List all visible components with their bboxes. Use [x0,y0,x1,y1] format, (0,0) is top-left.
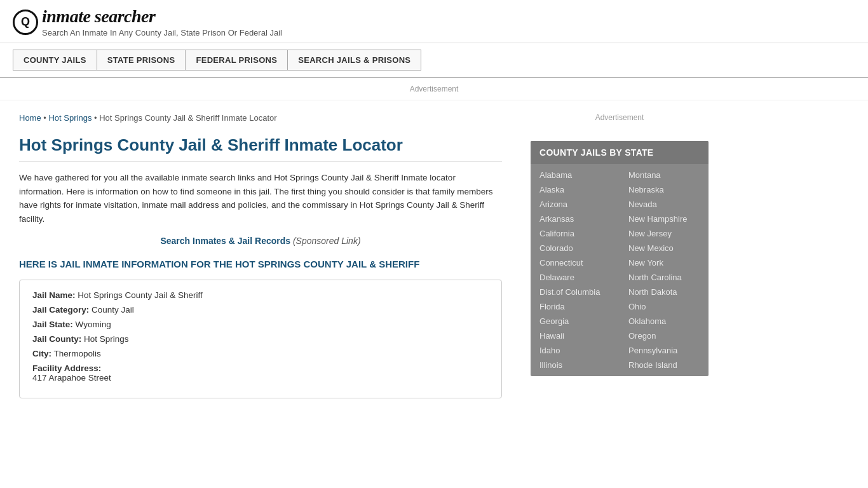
state-col-left: AlabamaAlaskaArizonaArkansasCaliforniaCo… [531,168,620,372]
page-description: We have gathered for you all the availab… [19,171,502,226]
jail-address-label: Facility Address: [32,363,101,373]
jail-city-row: City: Thermopolis [32,349,489,358]
main-nav: COUNTY JAILS STATE PRISONS FEDERAL PRISO… [0,43,868,78]
state-link[interactable]: Montana [620,168,709,182]
main-layout: Home • Hot Springs • Hot Springs County … [0,100,868,411]
jail-info-box: Jail Name: Hot Springs County Jail & She… [19,280,502,398]
state-col-right: MontanaNebraskaNevadaNew HampshireNew Je… [620,168,709,372]
breadcrumb: Home • Hot Springs • Hot Springs County … [19,113,502,123]
county-jails-nav-btn[interactable]: COUNTY JAILS [13,50,97,71]
state-link[interactable]: California [531,226,620,241]
logo-area: Q inmate searcher Search An Inmate In An… [13,6,855,37]
state-link[interactable]: Hawaii [531,329,620,343]
jail-category-value: County Jail [92,305,134,315]
state-link[interactable]: Dist.of Columbia [531,285,620,299]
jail-state-row: Jail State: Wyoming [32,320,489,329]
ad-bar: Advertisement [0,78,868,100]
state-link[interactable]: Rhode Island [620,358,709,372]
state-link[interactable]: New Hampshire [620,212,709,226]
sponsored-label: (Sponsored Link) [293,236,361,246]
state-link[interactable]: Delaware [531,270,620,285]
jail-state-label: Jail State: [32,320,73,329]
sub-heading: HERE IS JAIL INMATE INFORMATION FOR THE … [19,259,502,269]
state-link[interactable]: Connecticut [531,255,620,270]
state-link[interactable]: Georgia [531,314,620,329]
state-link[interactable]: Alabama [531,168,620,182]
state-link[interactable]: Nebraska [620,182,709,197]
search-jails-nav-btn[interactable]: SEARCH JAILS & PRISONS [288,50,421,71]
state-link[interactable]: North Carolina [620,270,709,285]
jail-name-row: Jail Name: Hot Springs County Jail & She… [32,290,489,300]
state-link[interactable]: Illinois [531,358,620,372]
state-link[interactable]: Arkansas [531,212,620,226]
search-inmates-link[interactable]: Search Inmates & Jail Records [160,236,290,246]
state-link[interactable]: Oregon [620,329,709,343]
breadcrumb-current: Hot Springs County Jail & Sheriff Inmate… [99,113,276,123]
state-link[interactable]: Oklahoma [620,314,709,329]
county-jails-by-state-box: COUNTY JAILS BY STATE AlabamaAlaskaArizo… [531,141,709,376]
state-prisons-nav-btn[interactable]: STATE PRISONS [97,50,186,71]
county-jails-by-state-title: COUNTY JAILS BY STATE [531,141,709,164]
jail-category-label: Jail Category: [32,305,89,315]
jail-county-label: Jail County: [32,334,81,344]
state-link[interactable]: Nevada [620,197,709,212]
breadcrumb-home[interactable]: Home [19,113,41,123]
state-link[interactable]: Arizona [531,197,620,212]
jail-county-value: Hot Springs [84,334,129,344]
state-link[interactable]: New Mexico [620,241,709,255]
breadcrumb-parent[interactable]: Hot Springs [48,113,92,123]
state-link[interactable]: Florida [531,299,620,314]
site-tagline: Search An Inmate In Any County Jail, Sta… [42,28,282,37]
state-link[interactable]: North Dakota [620,285,709,299]
main-content: Home • Hot Springs • Hot Springs County … [0,100,521,411]
jail-category-row: Jail Category: County Jail [32,305,489,315]
state-link[interactable]: Pennsylvania [620,343,709,358]
logo-icon: Q [13,10,38,35]
jail-state-value: Wyoming [76,320,111,329]
state-link[interactable]: Idaho [531,343,620,358]
jail-county-row: Jail County: Hot Springs [32,334,489,344]
sidebar: Advertisement COUNTY JAILS BY STATE Alab… [521,100,718,411]
state-link[interactable]: Colorado [531,241,620,255]
logo-text: inmate searcher [42,6,282,27]
site-header: Q inmate searcher Search An Inmate In An… [0,0,868,43]
jail-city-label: City: [32,349,51,358]
state-link[interactable]: Alaska [531,182,620,197]
page-title: Hot Springs County Jail & Sheriff Inmate… [19,135,502,162]
state-link[interactable]: Ohio [620,299,709,314]
state-link[interactable]: New Jersey [620,226,709,241]
jail-name-label: Jail Name: [32,290,76,300]
jail-address-row: Facility Address: 417 Arapahoe Street [32,363,489,383]
jail-address-value: 417 Arapahoe Street [32,373,111,383]
sidebar-ad: Advertisement [531,107,709,128]
search-link-area: Search Inmates & Jail Records (Sponsored… [19,236,502,246]
state-link[interactable]: New York [620,255,709,270]
federal-prisons-nav-btn[interactable]: FEDERAL PRISONS [186,50,288,71]
jail-city-value: Thermopolis [54,349,101,358]
state-columns: AlabamaAlaskaArizonaArkansasCaliforniaCo… [531,164,709,376]
jail-name-value: Hot Springs County Jail & Sheriff [78,290,202,300]
